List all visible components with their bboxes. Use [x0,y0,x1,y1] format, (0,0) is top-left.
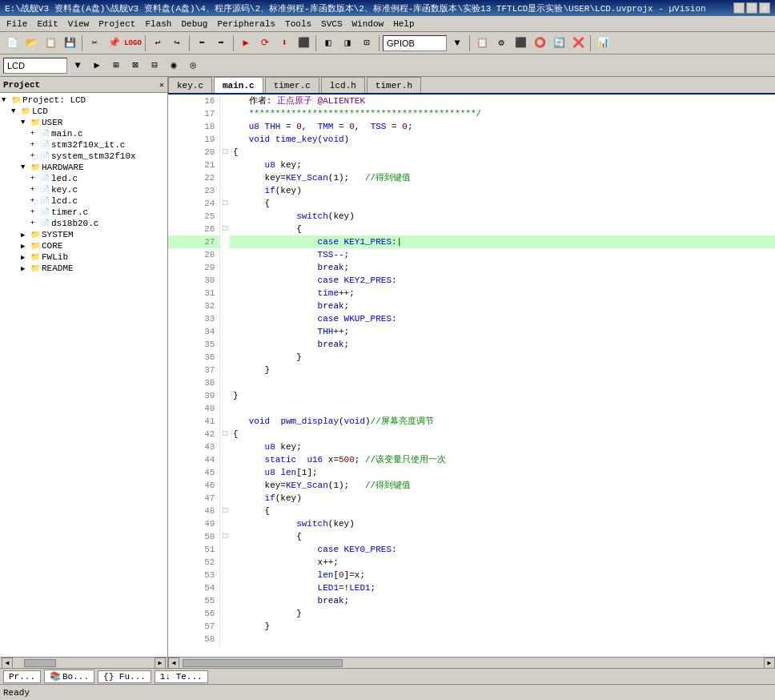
bottom-tab-functions[interactable]: {} Fu... [98,670,151,683]
code-line[interactable]: { [230,223,775,235]
menu-debug[interactable]: Debug [176,18,212,30]
lcd-input[interactable] [3,58,67,74]
code-line[interactable]: case KEY1_PRES:| [230,235,775,248]
code-line[interactable]: } [230,351,775,364]
stm32it-expand-icon[interactable]: + [30,141,40,149]
save-button[interactable]: 💾 [61,34,78,52]
code-line[interactable]: { [230,505,775,517]
t6[interactable]: ⭕ [531,34,548,52]
code-line[interactable] [230,376,775,389]
t12[interactable]: ⊠ [126,57,144,74]
tree-core-folder[interactable]: ▶ 📁 CORE [2,240,166,251]
h-scroll-left[interactable]: ◀ [168,658,179,669]
code-line[interactable] [230,633,775,646]
new-button[interactable]: 📄 [3,34,21,52]
code-line[interactable]: { [230,530,775,543]
bottom-tab-books[interactable]: 📚 Bo... [44,670,94,683]
fold-indicator[interactable]: □ [220,530,230,543]
scroll-left-arrow[interactable]: ◀ [2,658,13,669]
root-expand-icon[interactable]: ▼ [2,96,11,104]
menu-view[interactable]: View [63,18,94,30]
menu-window[interactable]: Window [347,18,389,30]
tree-key-c[interactable]: + 📄 key.c [2,184,166,195]
tree-system[interactable]: + 📄 system_stm32f10x [2,151,166,162]
menu-peripherals[interactable]: Peripherals [212,18,280,30]
readme-expand[interactable]: ▶ [21,264,30,273]
t15[interactable]: ◎ [184,57,202,74]
tab-main-c[interactable]: main.c [214,77,263,93]
code-line[interactable]: THH++; [230,325,775,338]
code-line[interactable]: } [230,620,775,633]
lcd-expand-icon[interactable]: ▼ [11,107,21,115]
undo-button[interactable]: ↩ [149,34,167,52]
tree-stm32-it[interactable]: + 📄 stm32f10x_it.c [2,139,166,151]
code-line[interactable]: { [230,197,775,210]
t13[interactable]: ⊟ [146,57,163,74]
tree-main-c[interactable]: + 📄 main.c [2,128,166,139]
ledc-expand[interactable]: + [30,175,40,183]
code-line[interactable]: } [230,389,775,402]
mainc-expand-icon[interactable]: + [30,130,40,138]
tab-timer-h[interactable]: timer.h [367,77,421,93]
t11[interactable]: ⊞ [107,57,125,74]
code-line[interactable] [230,402,775,415]
fwlib-expand[interactable]: ▶ [21,253,30,262]
scroll-right-arrow[interactable]: ▶ [155,658,166,669]
code-line[interactable]: key=KEY_Scan(1); //得到键值 [230,171,775,184]
tree-hardware[interactable]: ▼ 📁 HARDWARE [2,162,166,173]
tab-timer-c[interactable]: timer.c [265,77,319,93]
t1[interactable]: ◧ [319,34,337,52]
code-line[interactable]: switch(key) [230,210,775,223]
code-line[interactable]: len[0]=x; [230,569,775,581]
t8[interactable]: ❌ [569,34,587,52]
code-line[interactable]: case KEY2_PRES: [230,274,775,287]
code-line[interactable]: u8 THH = 0, TMM = 0, TSS = 0; [230,120,775,133]
tree-user[interactable]: ▼ 📁 USER [2,117,166,128]
copy-button[interactable]: 📋 [42,34,59,52]
code-line[interactable]: TSS--; [230,248,775,261]
code-line[interactable]: case WKUP_PRES: [230,312,775,325]
minimize-button[interactable]: _ [733,2,745,14]
fold-indicator[interactable]: □ [220,428,230,441]
rebuild-button[interactable]: ⟳ [256,34,274,52]
code-line[interactable]: void time_key(void) [230,133,775,146]
code-line[interactable]: break; [230,300,775,312]
timerc-expand[interactable]: + [30,208,40,216]
nav-back-button[interactable]: ⬅ [193,34,211,52]
logo-button[interactable]: LOGO [124,34,142,52]
tab-lcd-h[interactable]: lcd.h [321,77,365,93]
code-line[interactable]: u8 key; [230,441,775,453]
build-button[interactable]: ▶ [237,34,255,52]
code-line[interactable]: case KEY0_PRES: [230,543,775,556]
menu-svcs[interactable]: SVCS [316,18,347,30]
t4[interactable]: 📋 [473,34,491,52]
fold-indicator[interactable]: □ [220,505,230,517]
gpio-input[interactable] [383,35,447,51]
fold-indicator[interactable]: □ [220,223,230,235]
hw-expand-icon[interactable]: ▼ [21,163,30,171]
stop2-btn[interactable]: ⬛ [512,34,529,52]
stop-button[interactable]: ⬛ [295,34,312,52]
code-line[interactable]: if(key) [230,492,775,505]
lcd-dropdown[interactable]: ▼ [69,57,86,74]
t14[interactable]: ◉ [165,57,183,74]
tree-lcd[interactable]: ▼ 📁 LCD [2,106,166,117]
code-line[interactable]: } [230,607,775,620]
h-scroll-thumb[interactable] [183,659,343,667]
code-line[interactable]: break; [230,261,775,274]
tree-readme-folder[interactable]: ▶ 📁 README [2,263,166,274]
tree-ds18b20-c[interactable]: + 📄 ds18b20.c [2,218,166,229]
system-expand-icon[interactable]: + [30,152,40,160]
keyc-expand[interactable]: + [30,186,40,194]
t3[interactable]: ⊡ [358,34,375,52]
ds18-expand[interactable]: + [30,219,40,227]
paste-button[interactable]: 📌 [105,34,122,52]
lcdc-expand[interactable]: + [30,197,40,205]
tree-system-folder[interactable]: ▶ 📁 SYSTEM [2,229,166,240]
code-line[interactable]: void pwm_display(void)//屏幕亮度调节 [230,415,775,428]
code-line[interactable]: u8 key; [230,159,775,171]
user-expand-icon[interactable]: ▼ [21,119,30,127]
tab-key-c[interactable]: key.c [168,77,212,93]
menu-tools[interactable]: Tools [280,18,316,30]
t2[interactable]: ◨ [339,34,356,52]
